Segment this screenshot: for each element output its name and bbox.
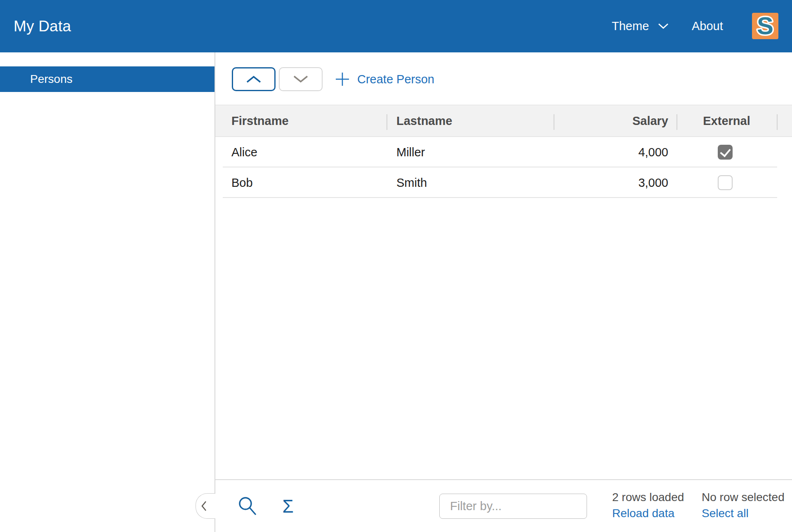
sigma-icon: Σ [282, 496, 293, 517]
row-count-status: 2 rows loaded Reload data [612, 491, 684, 520]
sidebar: Persons [0, 52, 214, 532]
aggregate-button[interactable]: Σ [279, 496, 297, 517]
logo-s-icon: S [752, 13, 778, 39]
chevron-left-icon [201, 501, 207, 511]
table-body: AliceMiller4,000BobSmith3,000 [215, 137, 792, 199]
select-all-link[interactable]: Select all [702, 507, 785, 520]
cell-salary: 4,000 [554, 137, 668, 167]
chevron-down-icon [658, 23, 669, 29]
create-person-label: Create Person [357, 73, 434, 86]
external-checkbox-unchecked[interactable] [718, 175, 733, 190]
table-header: Firstname Lastname Salary External [215, 105, 792, 137]
reload-data-link[interactable]: Reload data [612, 507, 684, 520]
move-down-button[interactable] [279, 67, 323, 91]
column-divider[interactable] [676, 114, 677, 130]
cell-firstname: Bob [231, 167, 253, 198]
column-header-firstname[interactable]: Firstname [231, 105, 289, 137]
selection-status-text: No row selected [702, 491, 785, 504]
selection-status: No row selected Select all [702, 491, 785, 520]
filter-input[interactable] [439, 494, 587, 519]
search-icon [238, 496, 259, 517]
app-header: My Data Theme About S [0, 0, 792, 52]
theme-menu-button[interactable]: Theme [612, 0, 669, 52]
collapse-navigation-handle[interactable] [196, 493, 215, 519]
sidebar-item-label: Persons [30, 73, 73, 86]
column-header-external[interactable]: External [676, 105, 777, 137]
row-divider [223, 197, 777, 198]
sidebar-item-persons[interactable]: Persons [0, 66, 214, 92]
about-menu-label: About [692, 19, 723, 33]
cell-salary: 3,000 [554, 167, 668, 198]
app-logo: S [752, 13, 778, 39]
cell-lastname: Smith [396, 167, 427, 198]
cell-firstname: Alice [231, 137, 257, 167]
svg-text:S: S [757, 12, 773, 40]
column-divider[interactable] [777, 114, 778, 130]
external-checkbox-checked[interactable] [718, 145, 733, 160]
chevron-down-icon [293, 75, 308, 83]
application-window: My Data Theme About S Persons [0, 0, 792, 532]
rows-loaded-text: 2 rows loaded [612, 491, 684, 504]
table-row[interactable]: AliceMiller4,000 [215, 137, 792, 167]
statusbar-divider [215, 479, 792, 480]
move-up-button[interactable] [232, 67, 276, 91]
column-divider[interactable] [554, 114, 554, 130]
table-row[interactable]: BobSmith3,000 [215, 167, 792, 198]
column-header-lastname[interactable]: Lastname [396, 105, 452, 137]
cell-lastname: Miller [396, 137, 425, 167]
column-divider[interactable] [387, 114, 387, 130]
chevron-up-icon [246, 75, 261, 83]
plus-icon [335, 72, 350, 87]
app-title: My Data [14, 0, 71, 52]
column-header-salary[interactable]: Salary [554, 105, 668, 137]
about-menu-button[interactable]: About [692, 0, 723, 52]
theme-menu-label: Theme [612, 19, 649, 33]
create-person-button[interactable]: Create Person [335, 67, 434, 91]
search-button[interactable] [238, 496, 259, 517]
